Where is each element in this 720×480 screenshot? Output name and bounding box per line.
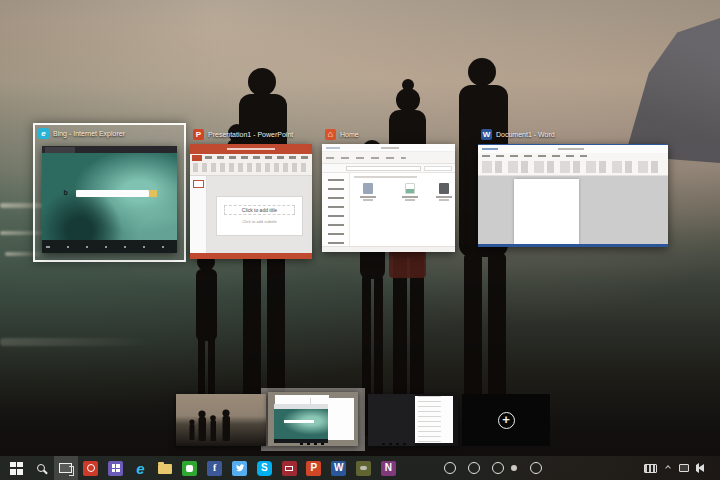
file-item xyxy=(356,183,380,201)
bing-search-bar xyxy=(76,190,149,197)
desktop-thumbnail-1[interactable] xyxy=(176,394,266,446)
taskbar-app-green[interactable] xyxy=(178,456,203,480)
window-title-bar: ⌂ Home xyxy=(322,126,455,143)
network-icon[interactable] xyxy=(679,464,689,472)
taskbar-left-icons: e f S xyxy=(4,456,401,480)
taskbar-app-maroon[interactable] xyxy=(277,456,302,480)
ribbon-controls xyxy=(482,161,662,173)
ribbon-tabs xyxy=(482,155,587,157)
window-preview-word xyxy=(478,144,668,247)
internet-explorer-icon: e xyxy=(38,128,49,139)
tray-ring-icon-1[interactable] xyxy=(444,462,456,474)
explorer-ribbon xyxy=(322,152,455,164)
taskbar: e f S xyxy=(0,456,720,480)
window-preview-powerpoint: Click to add title Click to add subtitle xyxy=(190,144,312,259)
task-view-icon xyxy=(59,463,72,473)
task-view-window-powerpoint[interactable]: P Presentation1 - PowerPoint Click to ad… xyxy=(190,126,312,259)
system-tray xyxy=(644,456,704,480)
taskbar-app-onenote[interactable]: N xyxy=(376,456,401,480)
onenote-icon: N xyxy=(381,461,396,476)
skype-icon: S xyxy=(257,461,272,476)
ribbon-tabs xyxy=(205,156,308,159)
internet-explorer-icon: e xyxy=(136,460,144,477)
subtitle-placeholder: Click to add subtitle xyxy=(231,219,288,224)
taskbar-app-word[interactable]: W xyxy=(326,456,351,480)
taskbar-app-twitter[interactable] xyxy=(227,456,252,480)
bing-logo: b xyxy=(64,189,68,196)
file-tab xyxy=(192,155,202,161)
tray-ring-icon-2[interactable] xyxy=(468,462,480,474)
explorer-nav-pane xyxy=(322,173,350,246)
taskbar-app-red[interactable] xyxy=(78,456,103,480)
task-view-window-file-explorer[interactable]: ⌂ Home xyxy=(322,126,455,252)
mini-silhouettes xyxy=(176,394,266,446)
word-statusbar xyxy=(478,244,668,247)
word-icon: W xyxy=(331,461,346,476)
word-icon: W xyxy=(481,129,492,140)
hidden-icons-chevron[interactable] xyxy=(665,465,671,471)
touch-keyboard-icon[interactable] xyxy=(644,464,657,473)
search-icon xyxy=(37,464,45,472)
bing-search-button xyxy=(149,190,157,197)
word-document-area xyxy=(478,176,668,244)
desktop-thumbnail-2[interactable] xyxy=(268,392,358,446)
volume-icon[interactable] xyxy=(698,464,704,472)
search-button[interactable] xyxy=(29,456,54,480)
explorer-content xyxy=(350,173,455,246)
maroon-app-icon xyxy=(282,461,297,476)
purple-app-icon xyxy=(108,461,123,476)
task-view-window-internet-explorer[interactable]: e Bing - Internet Explorer b xyxy=(33,123,186,262)
explorer-address-bar xyxy=(322,164,455,173)
start-button[interactable] xyxy=(4,456,29,480)
bing-homepage: b xyxy=(42,153,177,253)
taskbar-ring-icons xyxy=(444,456,542,480)
twitter-icon xyxy=(232,461,247,476)
browser-chrome xyxy=(42,146,177,153)
file-icon xyxy=(405,183,415,194)
desktop-thumbnail-3[interactable] xyxy=(368,394,458,446)
window-title-bar: W Document1 - Word xyxy=(478,126,668,143)
task-view-window-word[interactable]: W Document1 - Word xyxy=(478,126,668,247)
window-title: Presentation1 - PowerPoint xyxy=(208,131,293,138)
explorer-titlebar xyxy=(322,144,455,152)
slide-canvas: Click to add title Click to add subtitle xyxy=(207,176,312,253)
tray-ring-icon-4[interactable] xyxy=(530,462,542,474)
taskbar-app-olive[interactable] xyxy=(351,456,376,480)
mini-search-bar xyxy=(284,420,314,423)
slide-thumbnail xyxy=(193,180,204,188)
plus-icon: + xyxy=(498,412,515,429)
taskbar-app-facebook[interactable]: f xyxy=(202,456,227,480)
mini-taskbar-dots xyxy=(382,443,409,445)
add-desktop-button[interactable]: + xyxy=(462,394,550,446)
file-item xyxy=(398,183,422,201)
window-title-bar: P Presentation1 - PowerPoint xyxy=(190,126,312,143)
word-ribbon xyxy=(478,153,668,176)
taskbar-app-skype[interactable]: S xyxy=(252,456,277,480)
task-view-button[interactable] xyxy=(54,456,79,480)
file-icon xyxy=(439,183,449,194)
explorer-statusbar xyxy=(322,246,455,252)
red-app-icon xyxy=(83,461,98,476)
taskbar-app-purple[interactable] xyxy=(103,456,128,480)
mini-window xyxy=(415,396,453,443)
windows-logo-icon xyxy=(10,462,23,475)
taskbar-app-file-explorer[interactable] xyxy=(153,456,178,480)
powerpoint-titlebar xyxy=(190,144,312,154)
mini-taskbar-dots xyxy=(300,443,327,445)
facebook-icon: f xyxy=(207,461,222,476)
title-placeholder: Click to add title xyxy=(224,205,295,215)
bing-bottom-strip xyxy=(42,240,177,253)
mini-bing xyxy=(274,409,328,439)
group-header xyxy=(354,176,417,178)
window-title: Home xyxy=(340,131,359,138)
mini-ie-window xyxy=(274,404,328,443)
green-app-icon xyxy=(182,461,197,476)
taskbar-app-internet-explorer[interactable]: e xyxy=(128,456,153,480)
olive-app-icon xyxy=(356,461,371,476)
mini-dark-panel xyxy=(368,394,415,446)
tray-ring-icon-3[interactable] xyxy=(492,462,504,474)
taskbar-app-powerpoint[interactable]: P xyxy=(302,456,327,480)
slide-panel xyxy=(190,176,207,253)
powerpoint-icon: P xyxy=(306,461,321,476)
home-icon: ⌂ xyxy=(325,129,336,140)
